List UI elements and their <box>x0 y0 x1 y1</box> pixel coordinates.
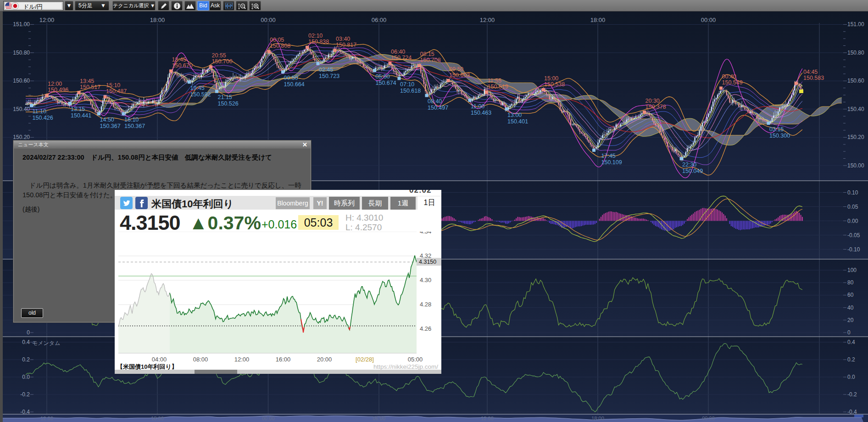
svg-text:150.80: 150.80 <box>847 50 864 56</box>
svg-text:17:45: 17:45 <box>601 153 616 159</box>
svg-text:12:00: 12:00 <box>480 17 495 23</box>
svg-text:40: 40 <box>847 305 854 311</box>
svg-text:-0.4: -0.4 <box>20 409 30 415</box>
svg-text:08:15: 08:15 <box>420 51 434 57</box>
svg-text:11:10: 11:10 <box>33 108 46 115</box>
svg-text:00:00: 00:00 <box>262 416 275 421</box>
svg-text:-0.4: -0.4 <box>847 409 857 415</box>
svg-text:12:00: 12:00 <box>48 81 62 87</box>
svg-text:18:00: 18:00 <box>590 17 606 23</box>
svg-text:12:00: 12:00 <box>481 416 494 421</box>
svg-text:0.00: 0.00 <box>847 218 858 224</box>
svg-text:80: 80 <box>847 279 854 286</box>
svg-text:150.20: 150.20 <box>13 134 30 140</box>
svg-text:02:10: 02:10 <box>308 33 323 39</box>
svg-text:モメンタム: モメンタム <box>32 340 60 346</box>
svg-text:150.40: 150.40 <box>847 106 864 112</box>
svg-text:0.05: 0.05 <box>847 204 858 210</box>
svg-text:150.708: 150.708 <box>420 57 441 63</box>
svg-text:150.517: 150.517 <box>80 84 100 90</box>
svg-text:21:15: 21:15 <box>218 94 232 100</box>
svg-text:0.2: 0.2 <box>22 356 30 363</box>
svg-text:150.700: 150.700 <box>212 58 233 65</box>
svg-text:13:00: 13:00 <box>507 112 522 118</box>
svg-text:150.519: 150.519 <box>488 83 508 90</box>
svg-text:151.00: 151.00 <box>847 21 864 28</box>
svg-text:0.0: 0.0 <box>22 374 30 380</box>
svg-text:150.441: 150.441 <box>71 112 91 119</box>
svg-text:00:05: 00:05 <box>270 37 284 43</box>
svg-text:150.426: 150.426 <box>33 115 53 121</box>
svg-text:-0.2: -0.2 <box>20 391 30 398</box>
svg-text:150.378: 150.378 <box>645 104 666 110</box>
svg-text:12:00: 12:00 <box>234 356 250 363</box>
svg-text:08:00: 08:00 <box>193 356 208 363</box>
svg-text:12:00: 12:00 <box>40 416 53 421</box>
svg-text:4.28: 4.28 <box>420 301 431 308</box>
svg-text:150.80: 150.80 <box>13 50 30 56</box>
svg-text:150.20: 150.20 <box>847 134 864 140</box>
svg-text:150.670: 150.670 <box>172 62 193 69</box>
svg-text:16:10: 16:10 <box>124 117 139 123</box>
svg-text:https://nikkei225jp.com/: https://nikkei225jp.com/ <box>373 363 438 370</box>
svg-text:16:00: 16:00 <box>276 356 291 363</box>
svg-text:150.526: 150.526 <box>218 100 239 107</box>
svg-text:11:55: 11:55 <box>488 78 501 84</box>
svg-text:150.367: 150.367 <box>124 123 145 129</box>
svg-text:150.674: 150.674 <box>376 80 396 86</box>
svg-text:15:10: 15:10 <box>106 82 120 89</box>
svg-text:20: 20 <box>847 317 854 323</box>
svg-text:06:40: 06:40 <box>391 49 405 55</box>
svg-text:150.817: 150.817 <box>336 42 356 48</box>
svg-text:150.538: 150.538 <box>544 81 565 88</box>
svg-text:05:50: 05:50 <box>376 73 390 80</box>
svg-text:06:00: 06:00 <box>372 17 387 23</box>
svg-text:00:00: 00:00 <box>702 416 715 421</box>
svg-text:4.3150: 4.3150 <box>419 259 436 265</box>
svg-text:4.34: 4.34 <box>420 232 431 235</box>
svg-text:20:55: 20:55 <box>212 52 226 59</box>
svg-text:09:50: 09:50 <box>449 66 463 72</box>
svg-text:04:45: 04:45 <box>803 69 818 75</box>
svg-text:07:10: 07:10 <box>400 81 414 88</box>
svg-text:150.40: 150.40 <box>13 106 30 112</box>
svg-text:150.723: 150.723 <box>319 73 339 79</box>
svg-text:0.4: 0.4 <box>22 339 30 345</box>
svg-text:0: 0 <box>27 329 30 336</box>
svg-text:18:00: 18:00 <box>591 416 604 421</box>
svg-text:13:15: 13:15 <box>71 106 85 112</box>
svg-text:-0.05: -0.05 <box>847 232 860 239</box>
svg-text:150.664: 150.664 <box>284 81 305 88</box>
svg-text:03:15: 03:15 <box>769 126 784 133</box>
svg-text:-0.2: -0.2 <box>847 391 857 398</box>
svg-text:0: 0 <box>847 329 851 336</box>
svg-text:100: 100 <box>847 267 857 273</box>
svg-text:20:00: 20:00 <box>317 356 332 363</box>
svg-text:150.496: 150.496 <box>48 87 68 93</box>
svg-text:0.2: 0.2 <box>847 356 855 363</box>
svg-text:150.60: 150.60 <box>13 78 30 84</box>
svg-text:03:40: 03:40 <box>336 36 350 42</box>
svg-text:150.00: 150.00 <box>847 162 864 169</box>
svg-text:00:00: 00:00 <box>701 17 716 23</box>
svg-text:18:45: 18:45 <box>172 56 186 63</box>
svg-text:150.463: 150.463 <box>471 110 491 116</box>
svg-text:150.049: 150.049 <box>682 168 703 174</box>
svg-text:150.838: 150.838 <box>308 39 329 45</box>
svg-text:13:45: 13:45 <box>80 78 94 84</box>
svg-text:04:00: 04:00 <box>152 356 167 363</box>
svg-text:0.4: 0.4 <box>847 339 855 345</box>
svg-text:151.00: 151.00 <box>13 21 30 28</box>
svg-text:60: 60 <box>847 292 854 298</box>
svg-text:0.0: 0.0 <box>847 374 855 380</box>
svg-text:150.300: 150.300 <box>769 133 790 139</box>
svg-text:150.592: 150.592 <box>190 91 211 98</box>
svg-text:-0.10: -0.10 <box>847 246 860 253</box>
svg-text:18:00: 18:00 <box>150 17 165 23</box>
svg-text:150.603: 150.603 <box>449 72 470 78</box>
svg-text:00:00: 00:00 <box>261 17 276 23</box>
svg-text:20:30: 20:30 <box>645 98 660 104</box>
svg-text:150.401: 150.401 <box>507 118 528 125</box>
svg-text:06:00: 06:00 <box>373 416 385 421</box>
svg-text:00:50: 00:50 <box>284 75 298 81</box>
